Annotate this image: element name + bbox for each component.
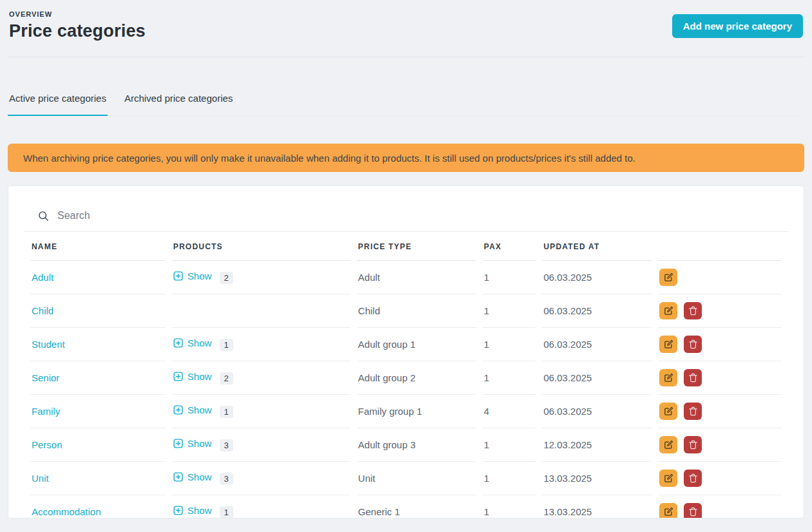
column-header-pax: PAX [483, 232, 536, 261]
trash-icon [689, 406, 697, 416]
pax-cell: 1 [483, 261, 536, 294]
show-products-link[interactable]: Show [173, 505, 212, 516]
edit-button[interactable] [659, 470, 677, 487]
price-type-cell: Adult group 3 [357, 428, 476, 462]
price-category-name-link[interactable]: Person [32, 439, 63, 450]
edit-button[interactable] [659, 503, 677, 518]
updated-at-cell: 06.03.2025 [542, 328, 652, 361]
updated-at-cell: 06.03.2025 [542, 395, 652, 428]
plus-square-icon [173, 472, 183, 482]
delete-button[interactable] [684, 503, 702, 518]
tab-bar: Active price categories Archived price c… [8, 57, 804, 116]
column-header-updated-at: UPDATED AT [542, 232, 652, 261]
edit-pencil-icon [664, 306, 673, 316]
banner-text: When archiving price categories, you wil… [23, 153, 635, 164]
table-row: Family Show 1 Family group 1 4 06.03.202… [30, 395, 782, 428]
table-row: Adult Show 2 Adult 1 06.03.2025 [30, 261, 782, 294]
plus-square-icon [173, 372, 183, 381]
edit-pencil-icon [664, 440, 673, 450]
pax-cell: 1 [483, 428, 536, 462]
price-type-cell: Adult group 2 [357, 361, 476, 395]
trash-icon [689, 507, 697, 517]
edit-button[interactable] [659, 403, 677, 420]
show-products-link[interactable]: Show [173, 371, 212, 382]
trash-icon [689, 373, 697, 383]
column-header-actions [658, 232, 782, 261]
table-header-row: NAME PRODUCTS PRICE TYPE PAX UPDATED AT [30, 232, 782, 261]
show-link-label: Show [188, 438, 212, 449]
tab-active-price-categories[interactable]: Active price categories [8, 93, 108, 116]
show-products-link[interactable]: Show [173, 471, 212, 482]
search-icon [38, 211, 49, 222]
add-new-price-category-button[interactable]: Add new price category [672, 14, 803, 38]
price-categories-card: NAME PRODUCTS PRICE TYPE PAX UPDATED AT … [8, 185, 804, 518]
edit-pencil-icon [664, 272, 673, 282]
trash-icon [689, 339, 697, 349]
edit-pencil-icon [664, 507, 673, 517]
products-count-badge: 1 [220, 406, 233, 418]
table-row: Student Show 1 Adult group 1 1 06.03.202… [30, 328, 782, 361]
show-products-link[interactable]: Show [173, 404, 212, 415]
edit-button[interactable] [659, 369, 677, 386]
edit-pencil-icon [664, 473, 673, 483]
column-header-name: NAME [30, 232, 166, 261]
price-category-name-link[interactable]: Child [32, 305, 53, 316]
delete-button[interactable] [684, 403, 702, 420]
pax-cell: 1 [483, 361, 536, 395]
updated-at-cell: 06.03.2025 [542, 294, 652, 328]
price-category-name-link[interactable]: Student [32, 339, 65, 350]
show-link-label: Show [188, 404, 212, 415]
edit-button[interactable] [659, 336, 677, 353]
updated-at-cell: 06.03.2025 [542, 361, 652, 395]
table-row: Child Child 1 06.03.2025 [30, 294, 782, 328]
products-count-badge: 3 [220, 473, 233, 485]
price-category-name-link[interactable]: Adult [32, 272, 53, 283]
plus-square-icon [173, 439, 183, 448]
edit-pencil-icon [664, 373, 673, 383]
delete-button[interactable] [684, 302, 702, 319]
price-type-cell: Unit [357, 462, 476, 495]
edit-pencil-icon [664, 406, 673, 416]
price-category-name-link[interactable]: Accommodation [32, 506, 101, 517]
price-category-name-link[interactable]: Senior [32, 372, 59, 383]
show-products-link[interactable]: Show [173, 337, 212, 348]
delete-button[interactable] [684, 436, 702, 453]
price-type-cell: Generic 1 [357, 495, 476, 518]
products-count-badge: 1 [220, 506, 233, 518]
show-link-label: Show [188, 471, 212, 482]
edit-pencil-icon [664, 339, 673, 349]
delete-button[interactable] [684, 470, 702, 487]
table-row: Person Show 3 Adult group 3 1 12.03.2025 [30, 428, 782, 462]
show-link-label: Show [188, 271, 212, 281]
search-input[interactable] [57, 210, 328, 222]
products-count-badge: 2 [220, 372, 233, 385]
updated-at-cell: 13.03.2025 [542, 495, 652, 518]
products-count-badge: 3 [220, 439, 233, 451]
price-type-cell: Family group 1 [357, 395, 476, 428]
pax-cell: 1 [483, 462, 536, 495]
pax-cell: 1 [483, 294, 536, 328]
table-row: Senior Show 2 Adult group 2 1 06.03.2025 [30, 361, 782, 395]
show-products-link[interactable]: Show [173, 438, 212, 449]
tab-archived-price-categories[interactable]: Archived price categories [123, 93, 234, 116]
plus-square-icon [173, 506, 183, 515]
edit-button[interactable] [659, 436, 677, 453]
price-category-name-link[interactable]: Unit [32, 473, 49, 484]
trash-icon [689, 306, 697, 316]
edit-button[interactable] [659, 302, 677, 319]
delete-button[interactable] [684, 369, 702, 386]
table-row: Unit Show 3 Unit 1 13.03.2025 [30, 462, 782, 495]
plus-square-icon [173, 405, 183, 415]
price-type-cell: Adult [357, 261, 476, 294]
pax-cell: 1 [483, 328, 536, 361]
plus-square-icon [173, 338, 183, 348]
products-count-badge: 2 [220, 272, 233, 284]
price-category-name-link[interactable]: Family [32, 406, 60, 417]
delete-button[interactable] [684, 336, 702, 353]
show-link-label: Show [188, 505, 212, 516]
show-link-label: Show [188, 337, 212, 348]
show-products-link[interactable]: Show [173, 271, 212, 281]
edit-button[interactable] [659, 269, 677, 286]
pax-cell: 4 [483, 395, 536, 428]
plus-square-icon [173, 271, 183, 281]
